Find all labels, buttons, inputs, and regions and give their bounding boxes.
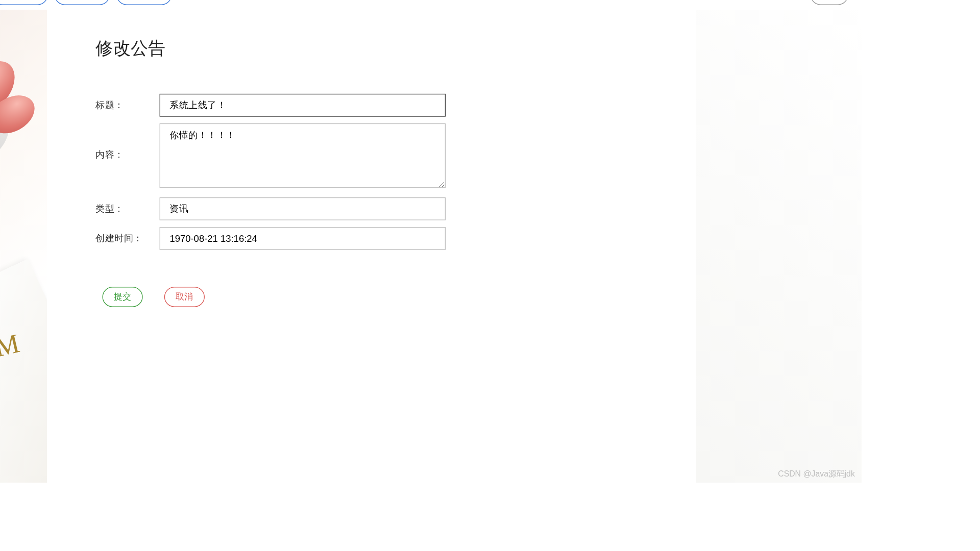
app-navbar: 用户管理 日记管理 公告管理 欢迎：admin 退出 bbox=[0, 0, 862, 10]
nav-notice-mgmt[interactable]: 公告管理 bbox=[116, 0, 172, 5]
cancel-button[interactable]: 取消 bbox=[164, 287, 205, 307]
label-content: 内容： bbox=[95, 123, 159, 161]
page-body: 用户管理 日记管理 公告管理 欢迎：admin 退出 修改公告 标题： 内容： … bbox=[0, 0, 862, 483]
type-input[interactable] bbox=[160, 197, 446, 220]
created-input[interactable] bbox=[160, 227, 446, 250]
title-input[interactable] bbox=[160, 94, 446, 117]
content-textarea[interactable] bbox=[160, 123, 446, 188]
form-panel: 修改公告 标题： 内容： 类型： 创建时间： 提交 取消 bbox=[47, 10, 696, 483]
label-type: 类型： bbox=[95, 197, 159, 215]
label-title: 标题： bbox=[95, 94, 159, 111]
nav-diary-mgmt[interactable]: 日记管理 bbox=[55, 0, 110, 5]
decorative-right-panel bbox=[696, 10, 862, 483]
nav-user-mgmt[interactable]: 用户管理 bbox=[0, 0, 48, 5]
logout-button[interactable]: 退出 bbox=[811, 0, 848, 5]
page-title: 修改公告 bbox=[95, 37, 647, 60]
welcome-text: 欢迎：admin bbox=[736, 0, 792, 1]
submit-button[interactable]: 提交 bbox=[103, 287, 143, 307]
footer-attribution: CSDN @Java源码jdk bbox=[778, 468, 855, 480]
decorative-left-image bbox=[0, 10, 47, 483]
label-created: 创建时间： bbox=[95, 227, 159, 244]
